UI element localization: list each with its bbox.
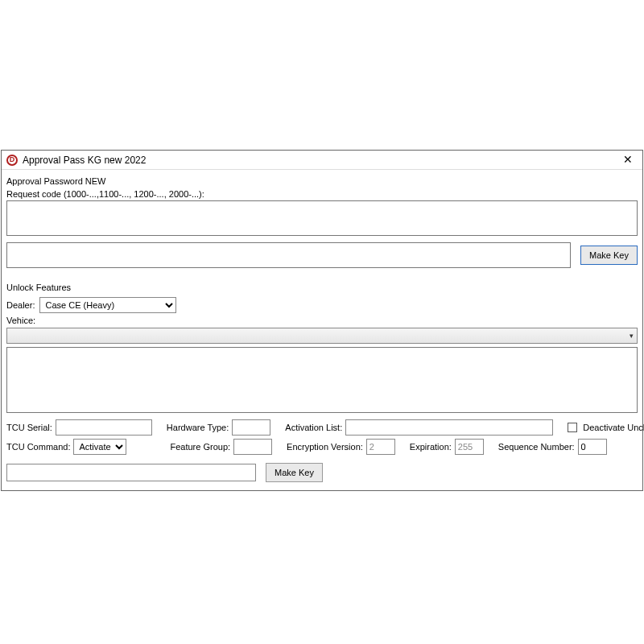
dealer-select[interactable]: Case CE (Heavy): [39, 297, 176, 313]
encryption-version-input[interactable]: [366, 439, 395, 455]
hardware-type-input[interactable]: [232, 419, 270, 436]
tcu-serial-label: TCU Serial:: [6, 423, 52, 432]
tcu-command-select[interactable]: Activate: [73, 439, 126, 455]
unlock-section-label: Unlock Features: [6, 283, 638, 292]
hardware-type-label: Hardware Type:: [167, 423, 229, 432]
expiration-input[interactable]: [455, 439, 484, 455]
approval-section-label: Approval Password NEW: [6, 176, 638, 186]
window-title: Approval Pass KG new 2022: [23, 155, 618, 166]
sequence-number-input[interactable]: [578, 439, 607, 455]
request-code-label: Request code (1000-...,1100-..., 1200-..…: [6, 189, 638, 199]
client-area: Approval Password NEW Request code (1000…: [2, 170, 642, 490]
vehicle-label: Vehice:: [6, 316, 35, 325]
deactivate-checkbox[interactable]: [568, 423, 577, 432]
vehicle-select[interactable]: ▾: [6, 328, 638, 344]
app-icon: D: [6, 155, 18, 166]
tcu-command-label: TCU Command:: [6, 442, 70, 452]
encryption-version-label: Encryption Version:: [287, 442, 363, 452]
feature-group-input[interactable]: [233, 439, 272, 455]
close-icon[interactable]: ✕: [618, 152, 638, 168]
feature-list-box[interactable]: [6, 347, 638, 413]
app-window: D Approval Pass KG new 2022 ✕ Approval P…: [1, 150, 643, 491]
make-key-button-top[interactable]: Make Key: [580, 246, 638, 265]
tcu-serial-input[interactable]: [56, 419, 152, 436]
chevron-down-icon: ▾: [630, 332, 634, 340]
feature-group-label: Feature Group:: [170, 442, 230, 452]
expiration-label: Expiration:: [410, 442, 452, 452]
make-key-button-bottom[interactable]: Make Key: [266, 463, 323, 482]
activation-list-input[interactable]: [345, 419, 553, 436]
request-code-input[interactable]: [6, 200, 638, 236]
dealer-label: Dealer:: [6, 300, 35, 310]
sequence-number-label: Sequence Number:: [498, 442, 575, 452]
titlebar: D Approval Pass KG new 2022 ✕: [2, 151, 642, 170]
approval-result-box[interactable]: [6, 242, 571, 268]
activation-list-label: Activation List:: [285, 423, 342, 432]
unlock-output-box[interactable]: [6, 464, 256, 481]
deactivate-label: Deactivate Unchecked: [583, 423, 644, 432]
